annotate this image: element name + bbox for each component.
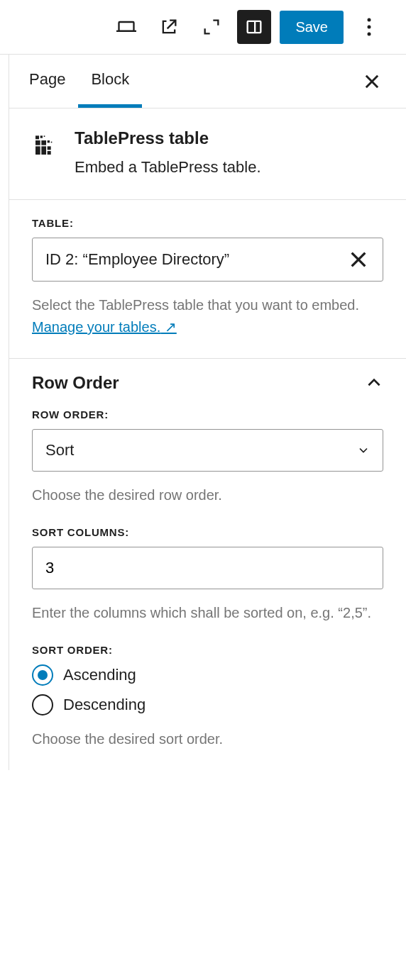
svg-rect-12 bbox=[41, 140, 46, 145]
tab-page[interactable]: Page bbox=[29, 55, 78, 108]
sort-order-label: SORT ORDER: bbox=[32, 644, 383, 656]
save-button[interactable]: Save bbox=[280, 11, 344, 44]
more-options-button[interactable] bbox=[352, 10, 386, 44]
block-title: TablePress table bbox=[75, 128, 261, 148]
svg-rect-14 bbox=[48, 146, 51, 150]
svg-rect-17 bbox=[48, 140, 50, 143]
radio-ascending-label: Ascending bbox=[63, 666, 136, 684]
svg-rect-0 bbox=[119, 22, 134, 31]
more-vertical-icon bbox=[367, 17, 371, 37]
block-header: TablePress table Embed a TablePress tabl… bbox=[9, 108, 406, 200]
close-icon bbox=[362, 72, 382, 91]
row-order-section-toggle[interactable]: Row Order bbox=[9, 359, 406, 408]
tab-block[interactable]: Block bbox=[78, 55, 142, 108]
sort-columns-field: SORT COLUMNS: Enter the columns which sh… bbox=[32, 526, 383, 624]
sidebar-icon bbox=[244, 17, 264, 37]
radio-descending-label: Descending bbox=[63, 696, 146, 714]
desktop-icon bbox=[116, 17, 136, 37]
chevron-up-icon bbox=[365, 374, 383, 392]
svg-point-5 bbox=[368, 26, 371, 29]
sidebar-toggle-button[interactable] bbox=[237, 10, 271, 44]
radio-ascending[interactable]: Ascending bbox=[32, 664, 383, 686]
external-arrow-icon: ↗ bbox=[160, 319, 177, 335]
row-order-help: Choose the desired row order. bbox=[32, 484, 383, 506]
external-link-button[interactable] bbox=[152, 10, 186, 44]
clear-table-button[interactable] bbox=[347, 248, 370, 271]
sort-order-help: Choose the desired sort order. bbox=[32, 728, 383, 750]
radio-checked-icon bbox=[32, 664, 53, 686]
svg-rect-9 bbox=[35, 146, 40, 155]
svg-rect-11 bbox=[35, 140, 40, 145]
svg-point-6 bbox=[368, 33, 371, 36]
editor-toolbar: Save bbox=[0, 0, 406, 55]
table-help-text: Select the TablePress table that you wan… bbox=[32, 294, 383, 338]
sidebar-tabs: Page Block bbox=[9, 55, 406, 108]
table-combobox[interactable]: ID 2: “Employee Directory” bbox=[32, 238, 383, 282]
close-icon bbox=[347, 248, 370, 271]
sort-columns-input[interactable] bbox=[32, 547, 383, 589]
sort-columns-label: SORT COLUMNS: bbox=[32, 526, 383, 538]
svg-point-4 bbox=[368, 18, 371, 22]
svg-rect-16 bbox=[40, 135, 43, 138]
table-field-label: TABLE: bbox=[32, 217, 383, 229]
row-order-select[interactable]: Sort bbox=[32, 429, 383, 472]
manage-tables-link[interactable]: Manage your tables. ↗ bbox=[32, 319, 177, 335]
svg-rect-10 bbox=[41, 146, 46, 155]
settings-sidebar: Page Block TablePress table Embed a Tabl… bbox=[9, 55, 406, 770]
radio-unchecked-icon bbox=[32, 694, 53, 715]
close-sidebar-button[interactable] bbox=[358, 67, 386, 96]
row-order-field: ROW ORDER: Sort Choose the desired row o… bbox=[32, 408, 383, 506]
row-order-section-title: Row Order bbox=[32, 373, 119, 393]
external-link-icon bbox=[159, 17, 179, 37]
sort-order-field: SORT ORDER: Ascending Descending Choose … bbox=[32, 644, 383, 750]
row-order-section-content: ROW ORDER: Sort Choose the desired row o… bbox=[9, 408, 406, 770]
fullscreen-button[interactable] bbox=[194, 10, 229, 44]
row-order-label: ROW ORDER: bbox=[32, 408, 383, 421]
svg-rect-15 bbox=[35, 135, 39, 139]
tablepress-icon bbox=[32, 130, 60, 158]
svg-rect-13 bbox=[48, 151, 51, 155]
radio-descending[interactable]: Descending bbox=[32, 694, 383, 715]
table-help-prefix: Select the TablePress table that you wan… bbox=[32, 297, 359, 313]
block-description: Embed a TablePress table. bbox=[75, 158, 261, 177]
view-desktop-button[interactable] bbox=[109, 10, 143, 44]
sort-columns-help: Enter the columns which shall be sorted … bbox=[32, 602, 383, 624]
fullscreen-icon bbox=[202, 17, 221, 37]
svg-rect-18 bbox=[44, 135, 45, 137]
table-selected-value: ID 2: “Employee Directory” bbox=[45, 250, 229, 269]
svg-rect-19 bbox=[51, 142, 53, 143]
table-select-panel: TABLE: ID 2: “Employee Directory” Select… bbox=[9, 200, 406, 359]
manage-tables-link-text: Manage your tables. bbox=[32, 319, 160, 335]
